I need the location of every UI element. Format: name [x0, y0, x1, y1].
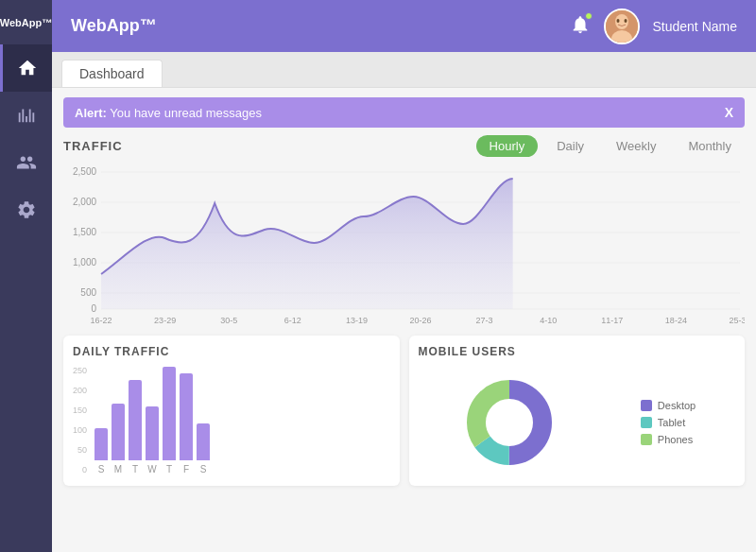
svg-text:500: 500	[80, 287, 96, 298]
bar	[129, 380, 142, 460]
svg-text:2,000: 2,000	[73, 197, 96, 207]
alert-bar: Alert: You have unread messages X	[63, 97, 745, 128]
main-content: Dashboard Alert: You have unread message…	[52, 52, 756, 552]
donut-legend: Desktop Tablet Phones	[641, 400, 696, 445]
bar-column: S	[197, 366, 210, 474]
svg-text:1,000: 1,000	[73, 257, 96, 267]
sidebar: WebApp™	[0, 0, 52, 552]
notification-button[interactable]	[570, 14, 591, 39]
bar	[163, 367, 176, 460]
traffic-section: TRAFFIC Hourly Daily Weekly Monthly 2,50…	[52, 135, 756, 328]
users-icon	[16, 152, 37, 173]
donut-chart-svg	[457, 371, 561, 474]
topbar: WebApp™ Student Name	[52, 0, 756, 52]
sidebar-item-users[interactable]	[0, 139, 52, 186]
tablet-dot	[641, 417, 652, 428]
svg-text:11-17: 11-17	[601, 316, 623, 325]
bar	[180, 373, 193, 460]
app-title: WebApp™	[71, 16, 157, 36]
bottom-panels: DAILY TRAFFIC 250 200 150 100 50 0 SMTWT…	[52, 328, 756, 493]
svg-text:20-26: 20-26	[410, 316, 432, 325]
svg-text:1,500: 1,500	[73, 227, 96, 237]
bar-day-label: S	[98, 464, 105, 474]
bar-chart-wrap: 250 200 150 100 50 0 SMTWTFS	[73, 366, 390, 474]
alert-message: You have unread messages	[107, 106, 262, 120]
bar-day-label: F	[183, 464, 189, 474]
tablet-label: Tablet	[658, 417, 685, 428]
alert-text: Alert: You have unread messages	[75, 106, 262, 120]
bar-chart: SMTWTFS	[91, 366, 214, 474]
daily-traffic-title: DAILY TRAFFIC	[73, 345, 390, 358]
legend-tablet: Tablet	[641, 417, 696, 428]
bar-column: W	[146, 366, 159, 474]
phones-label: Phones	[658, 434, 693, 445]
bar-y-axis: 250 200 150 100 50 0	[73, 366, 91, 474]
svg-point-31	[487, 400, 532, 445]
bar-day-label: T	[166, 464, 172, 474]
bar-column: T	[163, 366, 176, 474]
daily-traffic-panel: DAILY TRAFFIC 250 200 150 100 50 0 SMTWT…	[63, 336, 400, 486]
bar-day-label: M	[114, 464, 122, 474]
bar-column: S	[94, 366, 108, 474]
filter-monthly[interactable]: Monthly	[675, 135, 745, 157]
svg-text:0: 0	[91, 303, 96, 314]
desktop-label: Desktop	[658, 400, 696, 411]
traffic-chart: 2,500 2,000 1,500 1,000 500 0	[63, 163, 745, 328]
phones-dot	[641, 434, 652, 445]
tab-dashboard[interactable]: Dashboard	[61, 60, 163, 87]
svg-text:30-5: 30-5	[220, 316, 237, 325]
legend-desktop: Desktop	[641, 400, 696, 411]
bar	[197, 423, 210, 460]
bar-chart-icon	[16, 105, 37, 126]
avatar-image	[604, 9, 640, 44]
bar-day-label: W	[147, 464, 156, 474]
bar-column: T	[129, 366, 142, 474]
topbar-right: Student Name	[570, 9, 738, 44]
home-icon	[17, 58, 38, 78]
sidebar-item-chart[interactable]	[0, 92, 52, 139]
traffic-chart-svg: 2,500 2,000 1,500 1,000 500 0	[63, 163, 745, 328]
bar-column: M	[112, 366, 125, 474]
avatar-svg	[604, 9, 640, 44]
alert-prefix: Alert:	[75, 106, 107, 120]
svg-text:13-19: 13-19	[346, 316, 368, 325]
filter-daily[interactable]: Daily	[543, 135, 597, 157]
filter-hourly[interactable]: Hourly	[476, 135, 539, 157]
svg-text:25-31: 25-31	[729, 316, 745, 325]
user-name-label: Student Name	[653, 19, 738, 34]
mobile-users-panel: MOBILE USERS Desktop	[409, 336, 746, 486]
svg-text:16-22: 16-22	[91, 316, 112, 325]
settings-icon	[16, 199, 37, 220]
bar	[146, 406, 159, 461]
alert-close-button[interactable]: X	[725, 105, 733, 120]
app-logo: WebApp™	[0, 9, 56, 44]
traffic-filters: Hourly Daily Weekly Monthly	[476, 135, 745, 157]
filter-weekly[interactable]: Weekly	[603, 135, 669, 157]
bar-day-label: T	[132, 464, 138, 474]
traffic-title: TRAFFIC	[63, 139, 123, 153]
mobile-users-title: MOBILE USERS	[419, 345, 736, 358]
donut-wrap: Desktop Tablet Phones	[419, 366, 736, 479]
svg-point-3	[616, 19, 619, 23]
notification-dot	[585, 12, 593, 20]
svg-text:23-29: 23-29	[154, 316, 176, 325]
svg-point-4	[624, 19, 627, 23]
tab-bar: Dashboard	[52, 52, 756, 88]
sidebar-item-settings[interactable]	[0, 186, 52, 233]
bar-column: F	[180, 366, 193, 474]
bar-day-label: S	[200, 464, 207, 474]
avatar[interactable]	[604, 9, 640, 44]
svg-text:18-24: 18-24	[665, 316, 687, 325]
svg-text:4-10: 4-10	[540, 316, 557, 325]
desktop-dot	[641, 400, 652, 411]
bar	[112, 404, 125, 460]
svg-text:27-3: 27-3	[476, 316, 493, 325]
legend-phones: Phones	[641, 434, 696, 445]
traffic-header: TRAFFIC Hourly Daily Weekly Monthly	[63, 135, 745, 157]
sidebar-item-home[interactable]	[0, 44, 52, 92]
bar	[94, 428, 108, 461]
svg-text:2,500: 2,500	[73, 166, 96, 177]
svg-text:6-12: 6-12	[284, 316, 301, 325]
